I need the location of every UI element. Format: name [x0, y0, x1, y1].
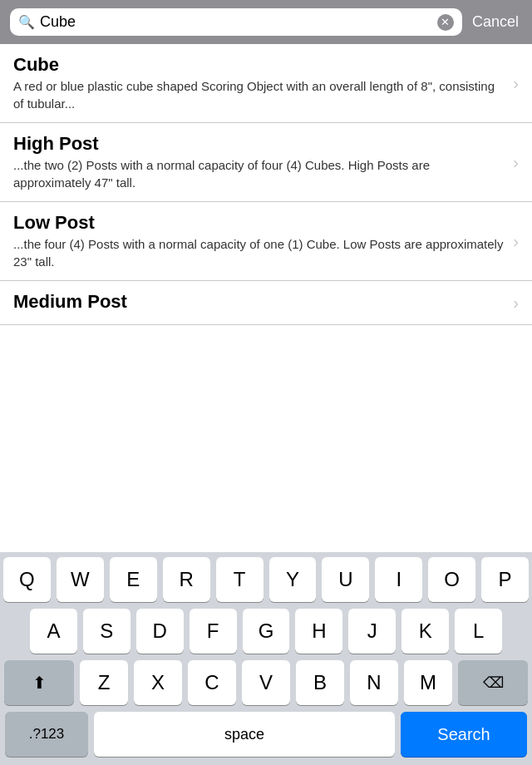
key-n[interactable]: N	[350, 660, 398, 705]
result-title-low-post: Low Post	[13, 212, 505, 234]
key-w[interactable]: W	[57, 557, 104, 602]
result-desc-cube: A red or blue plastic cube shaped Scorin…	[13, 77, 505, 112]
key-d[interactable]: D	[136, 609, 184, 654]
key-j[interactable]: J	[348, 609, 396, 654]
key-l[interactable]: L	[455, 609, 502, 654]
keyboard-row-2: A S D F G H J K L	[0, 604, 532, 655]
key-i[interactable]: I	[375, 557, 422, 602]
keyboard: Q W E R T Y U I O P A S D F G H J K L ⬆ …	[0, 552, 532, 765]
chevron-icon: ›	[513, 294, 519, 313]
result-title-cube: Cube	[13, 54, 505, 76]
key-c[interactable]: C	[188, 660, 236, 705]
key-b[interactable]: B	[296, 660, 344, 705]
results-list: Cube A red or blue plastic cube shaped S…	[0, 44, 532, 325]
search-input-wrapper: 🔍 ✕	[10, 8, 462, 36]
result-desc-high-post: ...the two (2) Posts with a normal capac…	[13, 156, 505, 191]
search-input[interactable]	[40, 13, 432, 31]
cancel-button[interactable]: Cancel	[469, 13, 522, 31]
delete-key[interactable]: ⌫	[458, 660, 528, 705]
key-u[interactable]: U	[322, 557, 369, 602]
key-a[interactable]: A	[30, 609, 77, 654]
keyboard-row-1: Q W E R T Y U I O P	[0, 552, 532, 604]
key-k[interactable]: K	[401, 609, 449, 654]
clear-button[interactable]: ✕	[437, 14, 454, 31]
keyboard-row-3: ⬆ Z X C V B N M ⌫	[0, 655, 532, 707]
key-v[interactable]: V	[242, 660, 290, 705]
result-item-cube[interactable]: Cube A red or blue plastic cube shaped S…	[0, 44, 532, 123]
key-s[interactable]: S	[83, 609, 131, 654]
key-e[interactable]: E	[110, 557, 157, 602]
keyboard-bottom-row: .?123 space Search	[0, 707, 532, 765]
key-h[interactable]: H	[295, 609, 342, 654]
chevron-icon: ›	[513, 153, 519, 172]
key-t[interactable]: T	[216, 557, 264, 602]
result-title-medium-post: Medium Post	[13, 291, 505, 313]
key-g[interactable]: G	[243, 609, 290, 654]
search-icon: 🔍	[18, 14, 35, 30]
numeric-key[interactable]: .?123	[5, 712, 88, 757]
chevron-icon: ›	[513, 74, 519, 93]
result-item-low-post[interactable]: Low Post ...the four (4) Posts with a no…	[0, 202, 532, 281]
result-item-high-post[interactable]: High Post ...the two (2) Posts with a no…	[0, 123, 532, 202]
key-f[interactable]: F	[190, 609, 237, 654]
key-x[interactable]: X	[134, 660, 182, 705]
space-key[interactable]: space	[94, 712, 395, 757]
key-m[interactable]: M	[404, 660, 452, 705]
shift-key[interactable]: ⬆	[4, 660, 74, 705]
key-p[interactable]: P	[481, 557, 529, 602]
key-r[interactable]: R	[163, 557, 210, 602]
key-z[interactable]: Z	[80, 660, 128, 705]
key-q[interactable]: Q	[3, 557, 51, 602]
key-y[interactable]: Y	[269, 557, 317, 602]
search-key[interactable]: Search	[401, 712, 527, 757]
search-bar: 🔍 ✕ Cancel	[0, 0, 532, 44]
key-o[interactable]: O	[428, 557, 475, 602]
result-title-high-post: High Post	[13, 133, 505, 155]
result-item-medium-post[interactable]: Medium Post ›	[0, 281, 532, 325]
chevron-icon: ›	[513, 232, 519, 251]
result-desc-low-post: ...the four (4) Posts with a normal capa…	[13, 235, 505, 270]
